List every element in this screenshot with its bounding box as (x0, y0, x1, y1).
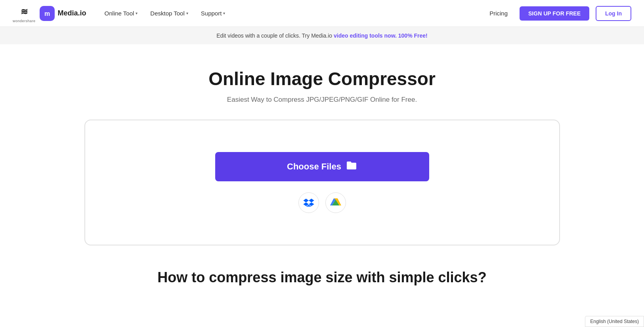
dropbox-icon (303, 198, 314, 207)
nav-desktop-tool-label: Desktop Tool (150, 10, 184, 17)
wondershare-logo[interactable]: ≋ wondershare (13, 4, 36, 23)
folder-icon (346, 161, 357, 173)
chevron-down-icon: ▾ (136, 11, 138, 15)
promo-banner: Edit videos with a couple of clicks. Try… (0, 27, 644, 44)
google-drive-icon-v2 (330, 198, 341, 207)
choose-files-label: Choose Files (287, 162, 341, 172)
pricing-link[interactable]: Pricing (484, 7, 513, 20)
wondershare-icon: ≋ (17, 4, 31, 18)
navbar-right: Pricing SIGN UP FOR FREE Log In (484, 6, 631, 21)
wondershare-label: wondershare (13, 19, 36, 23)
nav-links: Online Tool ▾ Desktop Tool ▾ Support ▾ (99, 7, 484, 20)
svg-text:m: m (44, 10, 50, 17)
nav-online-tool-label: Online Tool (105, 10, 134, 17)
nav-desktop-tool[interactable]: Desktop Tool ▾ (145, 7, 193, 20)
choose-files-button[interactable]: Choose Files (215, 152, 429, 181)
nav-support[interactable]: Support ▾ (195, 7, 231, 20)
chevron-down-icon: ▾ (186, 11, 188, 15)
signup-button[interactable]: SIGN UP FOR FREE (520, 6, 589, 21)
media-icon: m (40, 6, 55, 21)
main-content: Online Image Compressor Easiest Way to C… (0, 44, 644, 302)
upload-box: Choose Files (84, 120, 560, 245)
navbar: ≋ wondershare m Media.io Online Tool ▾ D… (0, 0, 644, 27)
page-title: Online Image Compressor (208, 68, 436, 89)
bottom-title: How to compress image size with simple c… (157, 269, 486, 286)
svg-text:≋: ≋ (21, 7, 28, 17)
media-logo[interactable]: m Media.io (40, 6, 86, 21)
dropbox-button[interactable] (298, 192, 319, 213)
language-badge[interactable]: English (United States) (585, 316, 644, 327)
login-button[interactable]: Log In (596, 6, 631, 21)
media-io-icon: m (43, 9, 52, 18)
chevron-down-icon: ▾ (223, 11, 225, 15)
cloud-icons (298, 192, 346, 213)
nav-support-label: Support (201, 10, 222, 17)
nav-online-tool[interactable]: Online Tool ▾ (99, 7, 143, 20)
google-drive-button[interactable] (325, 192, 346, 213)
media-name: Media.io (58, 9, 86, 17)
page-subtitle: Easiest Way to Compress JPG/JPEG/PNG/GIF… (227, 96, 417, 104)
banner-text: Edit videos with a couple of clicks. Try… (216, 32, 334, 39)
banner-link[interactable]: video editing tools now. 100% Free! (334, 32, 428, 39)
brand-area: ≋ wondershare m Media.io (13, 4, 86, 23)
language-label: English (United States) (590, 319, 639, 324)
